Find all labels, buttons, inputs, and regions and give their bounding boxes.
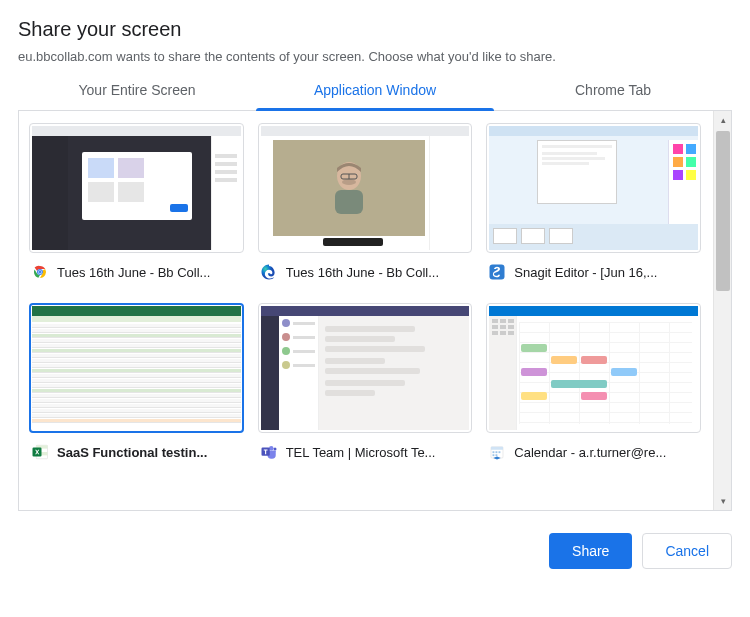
chrome-icon — [31, 263, 49, 281]
application-grid: Tues 16th June - Bb Coll... — [29, 123, 721, 465]
teams-icon — [260, 443, 278, 461]
svg-rect-19 — [491, 447, 503, 450]
app-tile-outlook-calendar[interactable]: Calendar - a.r.turner@re... — [486, 303, 701, 465]
svg-rect-6 — [335, 190, 363, 214]
app-label: Tues 16th June - Bb Coll... — [286, 265, 439, 280]
app-label: Snagit Editor - [Jun 16,... — [514, 265, 657, 280]
svg-rect-21 — [496, 451, 498, 453]
scrollbar[interactable]: ▴ ▾ — [713, 111, 731, 510]
app-tile-edge[interactable]: Tues 16th June - Bb Coll... — [258, 123, 473, 285]
svg-rect-24 — [496, 454, 498, 456]
thumbnail — [258, 303, 473, 433]
app-label: Tues 16th June - Bb Coll... — [57, 265, 210, 280]
app-tile-snagit[interactable]: Snagit Editor - [Jun 16,... — [486, 123, 701, 285]
thumbnail — [29, 123, 244, 253]
snagit-icon — [488, 263, 506, 281]
thumbnail — [258, 123, 473, 253]
svg-rect-20 — [493, 451, 495, 453]
dialog-title: Share your screen — [18, 18, 732, 41]
tab-entire-screen[interactable]: Your Entire Screen — [18, 68, 256, 110]
dialog-subtitle: eu.bbcollab.com wants to share the conte… — [18, 49, 732, 64]
app-tile-teams[interactable]: TEL Team | Microsoft Te... — [258, 303, 473, 465]
outlook-calendar-icon — [488, 443, 506, 461]
thumbnail — [486, 303, 701, 433]
thumbnail — [486, 123, 701, 253]
thumbnail — [29, 303, 244, 433]
svg-point-3 — [39, 271, 42, 274]
svg-rect-22 — [499, 451, 501, 453]
dialog-footer: Share Cancel — [18, 511, 732, 569]
share-button[interactable]: Share — [549, 533, 632, 569]
app-label: SaaS Functional testin... — [57, 445, 207, 460]
scroll-down-icon[interactable]: ▾ — [714, 492, 732, 510]
svg-rect-23 — [493, 454, 495, 456]
scroll-up-icon[interactable]: ▴ — [714, 111, 732, 129]
excel-icon — [31, 443, 49, 461]
share-tabs: Your Entire Screen Application Window Ch… — [18, 68, 732, 111]
app-label: TEL Team | Microsoft Te... — [286, 445, 436, 460]
app-tile-excel[interactable]: SaaS Functional testin... — [29, 303, 244, 465]
tab-chrome-tab[interactable]: Chrome Tab — [494, 68, 732, 110]
svg-point-7 — [342, 179, 356, 185]
application-panel: Tues 16th June - Bb Coll... — [18, 111, 732, 511]
cancel-button[interactable]: Cancel — [642, 533, 732, 569]
svg-point-16 — [273, 448, 276, 451]
edge-icon — [260, 263, 278, 281]
app-tile-chrome[interactable]: Tues 16th June - Bb Coll... — [29, 123, 244, 285]
app-label: Calendar - a.r.turner@re... — [514, 445, 666, 460]
scroll-thumb[interactable] — [716, 131, 730, 291]
tab-application-window[interactable]: Application Window — [256, 68, 494, 110]
